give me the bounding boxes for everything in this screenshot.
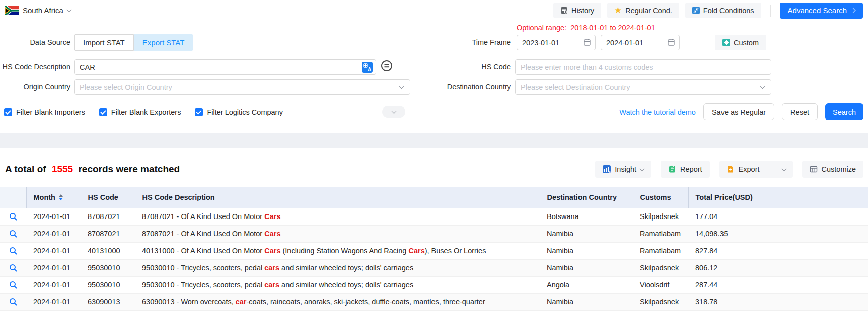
cell-customs: Ramatlabam [633,242,688,259]
view-detail-icon[interactable] [9,281,18,289]
filter-label: Filter Logitics Company [207,108,283,116]
history-icon [560,7,568,14]
import-stat-tab[interactable]: Import STAT [74,34,134,51]
advanced-search-button[interactable]: Advanced Search [780,3,863,19]
row-detail-cell [0,242,26,259]
cell-customs: Ramatlabam [633,225,688,242]
report-button[interactable]: Report [661,161,710,178]
filter-logitics-company-checkbox[interactable]: Filter Logitics Company [195,108,283,116]
keyword-highlight: Cars [264,230,280,238]
export-stat-tab[interactable]: Export STAT [134,34,193,51]
hs-desc-label: HS Code Description [0,59,70,75]
keyword-highlight: cars [264,264,279,272]
table-row: 2024-01-019503001095030010 - Tricycles, … [0,259,868,276]
cell-total-price: 177.04 [688,208,868,225]
cell-total-price: 287.44 [688,276,868,293]
table-row: 2024-01-016309001363090013 - Worn overco… [0,293,868,310]
cell-destination: Namibia [540,259,633,276]
svg-text:A: A [368,66,371,72]
cell-description: 87087021 - Of A Kind Used On Motor Cars [135,208,540,225]
export-button-group: Export [719,161,793,178]
keyword-highlight: Cars [264,212,280,221]
tutorial-link[interactable]: Watch the tutorial demo [619,108,696,116]
header-total-price: Total Price(USD) [688,187,868,208]
sort-icon[interactable] [59,194,63,200]
history-button[interactable]: History [553,3,601,18]
keyword-highlight: Cars [264,247,280,255]
save-as-regular-button[interactable]: Save as Regular [703,103,774,120]
table-header-row: Month HS Code HS Code Description Destin… [0,187,868,208]
collapse-conditions-toggle[interactable] [382,106,405,118]
cell-total-price: 806.12 [688,259,868,276]
insight-button[interactable]: BI Insight [595,161,651,178]
customize-button[interactable]: Customize [802,161,864,178]
caret-down-icon [59,198,63,200]
optional-range-text: Optional range: 2018-01-01 to 2024-01-01 [517,24,655,32]
cell-destination: Botswana [540,208,633,225]
translate-icon[interactable]: A [362,62,373,75]
hs-code-input[interactable] [515,59,771,75]
custom-button[interactable]: Custom [715,35,766,50]
row-detail-cell [0,276,26,293]
cell-total-price: 318.78 [688,293,868,310]
time-frame-label: Time Frame [421,34,511,50]
view-detail-icon[interactable] [9,247,18,255]
cell-hs-code: 87087021 [81,208,135,225]
split-divider [771,164,771,174]
cell-hs-code: 63090013 [81,293,135,310]
view-detail-icon[interactable] [9,264,18,272]
chevron-down-icon [640,166,645,171]
view-detail-icon[interactable] [9,212,18,221]
cell-month: 2024-01-01 [26,293,81,310]
fold-conditions-button[interactable]: Fold Conditions [685,3,761,18]
customize-label: Customize [822,165,856,173]
exact-match-toggle[interactable] [380,60,393,73]
cell-hs-code: 40131000 [81,242,135,259]
country-selector[interactable]: South Africa [5,6,71,15]
history-label: History [571,7,594,15]
chevron-down-icon [66,7,71,12]
cell-customs: Vioolsdrif [633,276,688,293]
cell-description: 40131000 - Of A Kind Used On Motor Cars … [135,242,540,259]
cell-month: 2024-01-01 [26,208,81,225]
chevron-down-icon [781,166,786,171]
export-dropdown[interactable] [775,161,793,178]
record-count: 1555 [52,164,73,174]
cell-customs: Skilpadsnek [633,293,688,310]
destination-country-label: Destination Country [421,79,511,95]
reset-button[interactable]: Reset [782,103,818,120]
header-month[interactable]: Month [26,187,81,208]
results-toolbar: A total of 1555 records were matched BI … [0,148,868,187]
summary-prefix: A total of [5,164,46,174]
table-row: 2024-01-019503001095030010 - Tricycles, … [0,276,868,293]
chevron-right-icon [851,8,856,13]
circled-equals-icon [381,60,393,72]
country-name: South Africa [23,6,63,15]
top-bar: South Africa History ★ Regular Cond. Fol… [0,0,868,21]
cell-customs: Skilpadsnek [633,208,688,225]
regular-cond-label: Regular Cond. [625,7,672,15]
filter-label: Filter Blank Exporters [111,108,181,116]
export-button[interactable]: Export [719,161,767,178]
export-label: Export [739,165,760,173]
regular-cond-button[interactable]: ★ Regular Cond. [607,3,679,18]
cell-month: 2024-01-01 [26,276,81,293]
search-button[interactable]: Search [825,103,863,120]
results-actions: BI Insight Report Export [595,161,863,178]
cell-destination: Namibia [540,242,633,259]
checkbox-checked-icon [99,108,107,116]
destination-country-select[interactable] [515,79,771,95]
section-divider [0,133,868,148]
view-detail-icon[interactable] [9,230,18,238]
header-detail-col [0,187,26,208]
filter-blank-exporters-checkbox[interactable]: Filter Blank Exporters [99,108,181,116]
filter-blank-importers-checkbox[interactable]: Filter Blank Importers [4,108,85,116]
filter-label: Filter Blank Importers [16,108,85,116]
checkbox-checked-icon [195,108,203,116]
origin-country-select[interactable] [74,79,410,95]
caret-up-icon [59,194,63,197]
view-detail-icon[interactable] [9,298,18,306]
hs-desc-input[interactable] [74,59,376,75]
table-body: 2024-01-018708702187087021 - Of A Kind U… [0,208,868,310]
south-africa-flag-icon [5,6,19,15]
